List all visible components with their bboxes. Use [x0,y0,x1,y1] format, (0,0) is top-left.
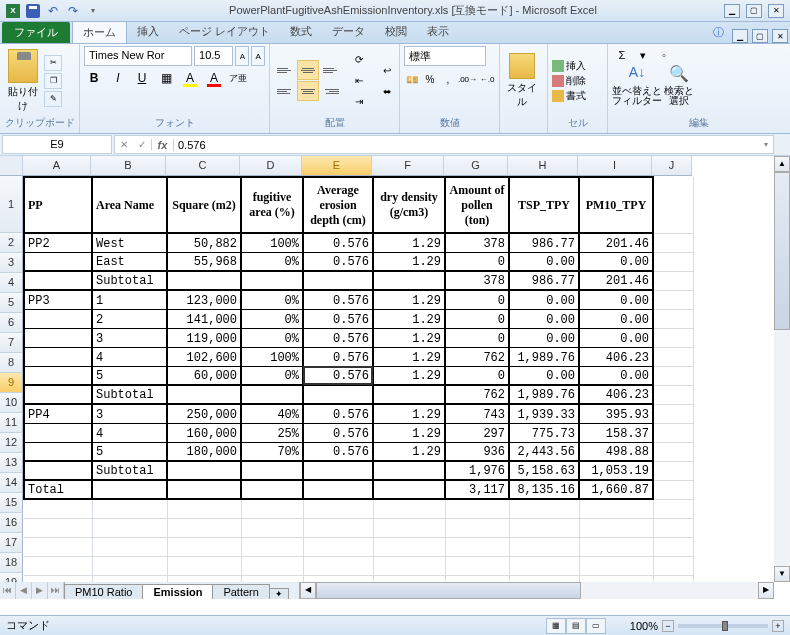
excel-icon[interactable]: X [4,2,22,20]
column-header-G[interactable]: G [444,156,508,176]
cell-G13[interactable]: 936 [445,442,509,461]
row-header-16[interactable]: 16 [0,513,23,533]
font-color-button[interactable]: A [204,68,224,88]
cell-I1[interactable]: PM10_TPY [579,177,653,233]
cell-G18[interactable] [445,537,509,556]
cell-A5[interactable]: PP3 [24,290,92,309]
cell-I17[interactable] [579,518,653,537]
page-layout-view-button[interactable]: ▤ [566,618,586,634]
cell-styles-button[interactable]: スタイル [504,53,540,109]
row-header-9[interactable]: 9 [0,373,23,393]
cell-H17[interactable] [509,518,579,537]
sort-filter-button[interactable]: А↓ 並べ替えと フィルター [612,64,662,106]
cell-J12[interactable] [653,423,693,442]
cell-J3[interactable] [653,252,693,271]
cell-E14[interactable] [303,461,373,480]
cell-F19[interactable] [373,556,445,575]
cell-F10[interactable] [373,385,445,404]
redo-button[interactable]: ↷ [64,2,82,20]
fx-icon[interactable]: fx [152,139,174,151]
select-all-button[interactable] [0,156,23,176]
cell-E5[interactable]: 0.576 [303,290,373,309]
number-format-combo[interactable]: 標準 [404,46,486,66]
cell-D17[interactable] [241,518,303,537]
cell-G16[interactable] [445,499,509,518]
cell-C15[interactable] [167,480,241,499]
italic-button[interactable]: I [108,68,128,88]
cell-D19[interactable] [241,556,303,575]
column-header-I[interactable]: I [578,156,652,176]
cell-D7[interactable]: 0% [241,328,303,347]
cell-C18[interactable] [167,537,241,556]
column-header-H[interactable]: H [508,156,578,176]
cell-C4[interactable] [167,271,241,290]
cell-A19[interactable] [24,556,92,575]
row-header-11[interactable]: 11 [0,413,23,433]
column-header-C[interactable]: C [166,156,240,176]
ribbon-tab-4[interactable]: データ [322,21,375,43]
cell-H15[interactable]: 8,135.16 [509,480,579,499]
cell-A13[interactable] [24,442,92,461]
cell-I19[interactable] [579,556,653,575]
cell-B1[interactable]: Area Name [92,177,167,233]
cell-A11[interactable]: PP4 [24,404,92,423]
new-sheet-button[interactable]: ✦ [269,588,289,599]
cell-I11[interactable]: 395.93 [579,404,653,423]
cell-E10[interactable] [303,385,373,404]
zoom-out-button[interactable]: − [662,620,674,632]
merge-button[interactable]: ⬌ [376,81,398,101]
cell-G6[interactable]: 0 [445,309,509,328]
cell-H19[interactable] [509,556,579,575]
cell-B19[interactable] [92,556,167,575]
column-header-D[interactable]: D [240,156,302,176]
cell-B11[interactable]: 3 [92,404,167,423]
cell-I6[interactable]: 0.00 [579,309,653,328]
row-header-2[interactable]: 2 [0,233,23,253]
cell-B15[interactable] [92,480,167,499]
cell-D10[interactable] [241,385,303,404]
cell-G17[interactable] [445,518,509,537]
cell-I4[interactable]: 201.46 [579,271,653,290]
cell-C17[interactable] [167,518,241,537]
cell-I16[interactable] [579,499,653,518]
ribbon-tab-5[interactable]: 校閲 [375,21,417,43]
cell-D1[interactable]: fugitive area (%) [241,177,303,233]
ribbon-tab-6[interactable]: 表示 [417,21,459,43]
cell-J18[interactable] [653,537,693,556]
cell-E2[interactable]: 0.576 [303,233,373,252]
cell-B2[interactable]: West [92,233,167,252]
sheet-tab-Pattern[interactable]: Pattern [212,584,269,599]
bold-button[interactable]: B [84,68,104,88]
decrease-font-button[interactable]: A [251,46,265,66]
cell-H13[interactable]: 2,443.56 [509,442,579,461]
cell-B13[interactable]: 5 [92,442,167,461]
cell-J16[interactable] [653,499,693,518]
cell-G15[interactable]: 3,117 [445,480,509,499]
cell-I18[interactable] [579,537,653,556]
align-right-button[interactable] [320,81,342,101]
cell-E15[interactable] [303,480,373,499]
format-cells-button[interactable]: 書式 [552,89,586,103]
cell-A8[interactable] [24,347,92,366]
cell-C19[interactable] [167,556,241,575]
tab-last-button[interactable]: ⏭ [48,582,64,599]
cell-D15[interactable] [241,480,303,499]
fill-button[interactable]: ▾ [633,46,653,64]
row-header-8[interactable]: 8 [0,353,23,373]
sheet-tab-PM10 Ratio[interactable]: PM10 Ratio [64,584,143,599]
row-header-4[interactable]: 4 [0,273,23,293]
cell-I14[interactable]: 1,053.19 [579,461,653,480]
page-break-view-button[interactable]: ▭ [586,618,606,634]
cell-H5[interactable]: 0.00 [509,290,579,309]
cell-G5[interactable]: 0 [445,290,509,309]
cell-D11[interactable]: 40% [241,404,303,423]
cell-C3[interactable]: 55,968 [167,252,241,271]
cell-H12[interactable]: 775.73 [509,423,579,442]
cell-G8[interactable]: 762 [445,347,509,366]
cell-E18[interactable] [303,537,373,556]
cell-J8[interactable] [653,347,693,366]
cell-E9[interactable]: 0.576 [303,366,373,385]
cell-J15[interactable] [653,480,693,499]
column-header-B[interactable]: B [91,156,166,176]
align-middle-button[interactable] [297,60,319,80]
